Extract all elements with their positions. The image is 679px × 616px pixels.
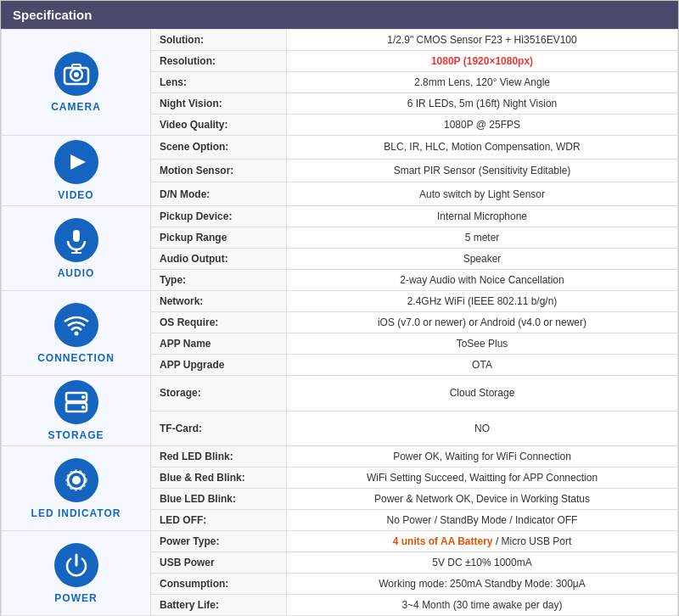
row-label: APP Name (151, 333, 287, 355)
icon-cell-audio: AUDIO (2, 206, 151, 291)
svg-point-2 (74, 72, 79, 77)
row-value: 1080P @ 25FPS (287, 115, 678, 136)
icon-cell-led: LED INDICATOR (2, 446, 151, 531)
row-label: Scene Option: (151, 136, 287, 160)
svg-point-10 (81, 395, 85, 399)
row-label: Resolution: (151, 51, 287, 72)
svg-point-13 (72, 476, 81, 484)
row-label: Lens: (151, 72, 287, 93)
row-label: LED OFF: (151, 510, 287, 531)
row-label: Consumption: (151, 574, 287, 595)
storage-icon (54, 380, 98, 424)
led-label: LED INDICATOR (10, 507, 142, 519)
row-value: WiFi Setting Succeed, Waitting for APP C… (287, 468, 678, 489)
row-value: 1/2.9" CMOS Sensor F23 + Hi3516EV100 (287, 30, 678, 51)
connection-icon (54, 303, 98, 347)
row-value: Power & Network OK, Device in Working St… (287, 489, 678, 510)
row-label: USB Power (151, 552, 287, 574)
led-icon (54, 458, 98, 502)
row-value: Power OK, Waiting for WiFi Connection (287, 446, 678, 468)
row-value: 5V DC ±10% 1000mA (287, 552, 678, 574)
table-row: POWERPower Type:4 units of AA Battery / … (2, 531, 678, 552)
spec-title: Specification (13, 8, 92, 22)
icon-cell-power: POWER (2, 531, 151, 616)
svg-point-11 (81, 406, 85, 409)
row-value: No Power / StandBy Mode / Indicator OFF (287, 510, 678, 531)
table-row: VIDEOScene Option:BLC, IR, HLC, Motion C… (2, 136, 678, 160)
camera-label: CAMERA (10, 101, 142, 113)
icon-cell-video: VIDEO (2, 136, 151, 206)
table-row: STORAGEStorage:Cloud Storage (2, 376, 678, 412)
row-label: Blue & Red Blink: (151, 468, 287, 489)
row-label: Audio Output: (151, 249, 287, 270)
row-value: ToSee Plus (287, 333, 678, 355)
row-label: Pickup Device: (151, 206, 287, 227)
icon-cell-storage: STORAGE (2, 376, 151, 446)
icon-cell-camera: CAMERA (2, 30, 151, 136)
audio-icon (54, 218, 98, 262)
table-row: CAMERASolution:1/2.9" CMOS Sensor F23 + … (2, 30, 678, 51)
row-label: OS Require: (151, 312, 287, 333)
row-value: Working mode: 250mA Standby Mode: 300μA (287, 574, 678, 595)
row-value: 5 meter (287, 227, 678, 249)
row-label: Power Type: (151, 531, 287, 552)
row-value: 4 units of AA Battery / Micro USB Port (287, 531, 678, 552)
table-row: LED INDICATORRed LED Blink:Power OK, Wai… (2, 446, 678, 468)
svg-rect-4 (73, 230, 80, 242)
power-label: POWER (10, 592, 142, 604)
audio-label: AUDIO (10, 267, 142, 279)
row-value: 3~4 Month (30 time awake per day) (287, 595, 678, 616)
row-value: Speaker (287, 249, 678, 270)
icon-cell-connection: CONNECTION (2, 291, 151, 376)
video-label: VIDEO (10, 189, 142, 201)
row-value: 6 IR LEDs, 5m (16ft) Night Vision (287, 93, 678, 115)
row-value: 1080P (1920×1080px) (287, 51, 678, 72)
storage-label: STORAGE (10, 429, 142, 441)
highlight-value: 4 units of AA Battery (393, 535, 493, 547)
table-row: AUDIOPickup Device:Internal Microphone (2, 206, 678, 227)
spec-container: Specification CAMERASolution:1/2.9" CMOS… (0, 0, 679, 616)
row-label: Video Quality: (151, 115, 287, 136)
row-value: iOS (v7.0 or newer) or Android (v4.0 or … (287, 312, 678, 333)
row-label: Type: (151, 270, 287, 291)
row-label: Blue LED Blink: (151, 489, 287, 510)
row-value: BLC, IR, HLC, Motion Compensation, WDR (287, 136, 678, 160)
connection-label: CONNECTION (10, 352, 142, 364)
row-label: Red LED Blink: (151, 446, 287, 468)
row-value: 2.8mm Lens, 120° View Angle (287, 72, 678, 93)
row-label: D/N Mode: (151, 182, 287, 206)
spec-header: Specification (1, 1, 678, 29)
svg-marker-3 (70, 154, 86, 170)
video-icon (54, 140, 98, 184)
spec-table: CAMERASolution:1/2.9" CMOS Sensor F23 + … (1, 29, 678, 616)
row-label: TF-Card: (151, 411, 287, 446)
row-label: APP Upgrade (151, 355, 287, 376)
camera-icon (54, 52, 98, 96)
row-value: OTA (287, 355, 678, 376)
table-row: CONNECTIONNetwork:2.4GHz WiFi (IEEE 802.… (2, 291, 678, 312)
row-label: Network: (151, 291, 287, 312)
row-value: 2-way Audio with Noice Cancellation (287, 270, 678, 291)
row-label: Pickup Range (151, 227, 287, 249)
power-icon (54, 543, 98, 587)
row-value: Auto switch by Light Sensor (287, 182, 678, 206)
row-value: Cloud Storage (287, 376, 678, 412)
row-value: 2.4GHz WiFi (IEEE 802.11 b/g/n) (287, 291, 678, 312)
row-label: Night Vision: (151, 93, 287, 115)
row-label: Solution: (151, 30, 287, 51)
highlight-value: 1080P (1920×1080px) (431, 55, 533, 67)
row-label: Motion Sensor: (151, 159, 287, 182)
row-label: Storage: (151, 376, 287, 412)
row-value: NO (287, 411, 678, 446)
row-value: Smart PIR Sensor (Sensitivity Editable) (287, 159, 678, 182)
row-value: Internal Microphone (287, 206, 678, 227)
row-label: Battery Life: (151, 595, 287, 616)
svg-point-7 (74, 331, 78, 335)
